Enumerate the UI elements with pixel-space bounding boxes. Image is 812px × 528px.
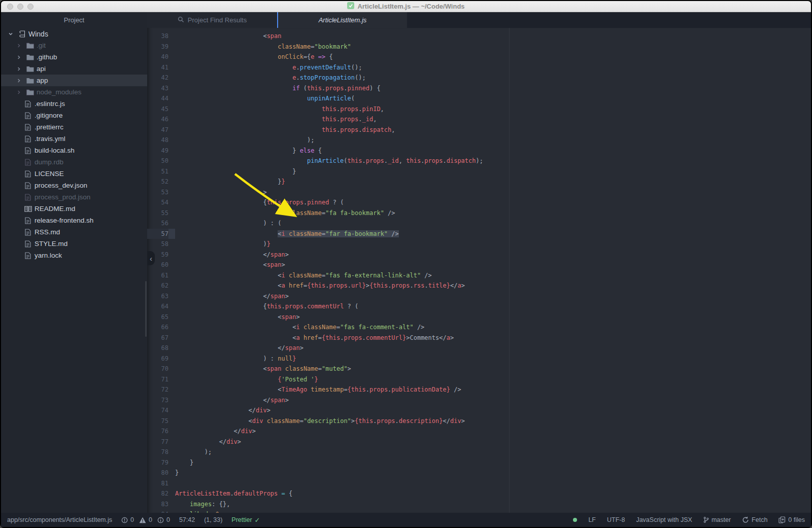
code-line-40[interactable]: 40 onClick={e => { (147, 52, 811, 62)
code-line-53[interactable]: 53 > (147, 187, 811, 198)
close-button[interactable] (7, 4, 13, 10)
code-line-41[interactable]: 41 e.preventDefault(); (147, 62, 811, 73)
line-number[interactable]: 66 (147, 322, 168, 333)
cursor-position[interactable]: 57:42 (179, 516, 195, 523)
line-number[interactable]: 68 (147, 343, 168, 354)
code-line-71[interactable]: 71 {'Posted '} (147, 374, 811, 385)
code-line-82[interactable]: 82ArticleListItem.defaultProps = { (147, 488, 811, 499)
tree-item-release-frontend.sh[interactable]: release-frontend.sh (1, 215, 147, 226)
file-path[interactable]: app/src/components/ArticleListItem.js (7, 516, 112, 523)
code-line-72[interactable]: 72 <TimeAgo timestamp={this.props.public… (147, 384, 811, 395)
sidebar-collapse-handle[interactable]: ‹ (147, 251, 155, 265)
line-number[interactable]: 48 (147, 135, 168, 146)
tree-item-api[interactable]: api (1, 63, 147, 75)
line-number[interactable]: 54 (147, 197, 168, 208)
line-number[interactable]: 38 (147, 31, 168, 42)
tab-project-find-results[interactable]: Project Find Results (147, 12, 277, 28)
line-number[interactable]: 56 (147, 218, 168, 229)
code-line-70[interactable]: 70 <span className="muted"> (147, 364, 811, 374)
line-number[interactable]: 73 (147, 395, 168, 406)
line-number[interactable]: 84 (147, 509, 168, 513)
line-number[interactable]: 39 (147, 42, 168, 52)
selection-count[interactable]: (1, 33) (204, 516, 222, 523)
code-line-75[interactable]: 75 <div className="description">{this.pr… (147, 416, 811, 427)
code-line-57[interactable]: 57 <i className="far fa-bookmark" /> (147, 229, 811, 239)
line-number[interactable]: 51 (147, 166, 168, 177)
diagnostic-errors[interactable]: 0 (121, 516, 134, 523)
tree-item-.travis.yml[interactable]: .travis.yml (1, 133, 147, 145)
line-number[interactable]: 63 (147, 291, 168, 302)
code-editor[interactable]: 37 <div className="meta information">38 … (147, 28, 811, 513)
code-line-50[interactable]: 50 pinArticle(this.props._id, this.props… (147, 156, 811, 166)
line-number[interactable]: 65 (147, 312, 168, 323)
code-line-59[interactable]: 59 </span> (147, 250, 811, 260)
code-line-81[interactable]: 81 (147, 478, 811, 489)
tree-item-process_dev.json[interactable]: process_dev.json (1, 180, 147, 191)
code-line-54[interactable]: 54 {this.props.pinned ? ( (147, 197, 811, 208)
minimize-button[interactable] (17, 4, 23, 10)
line-number[interactable]: 81 (147, 478, 168, 489)
grammar-selector[interactable]: JavaScript with JSX (636, 516, 692, 523)
code-line-61[interactable]: 61 <i className="fas fa-external-link-al… (147, 270, 811, 281)
tree-item-.github[interactable]: .github (1, 51, 147, 63)
line-number[interactable]: 74 (147, 405, 168, 416)
line-number[interactable]: 43 (147, 83, 168, 94)
code-line-44[interactable]: 44 unpinArticle( (147, 93, 811, 104)
project-tab[interactable]: Project (1, 12, 147, 28)
tree-item-node_modules[interactable]: node_modules (1, 86, 147, 98)
line-number[interactable]: 57 (147, 229, 168, 239)
code-line-52[interactable]: 52 }} (147, 177, 811, 187)
code-line-64[interactable]: 64 {this.props.commentUrl ? ( (147, 301, 811, 312)
code-line-42[interactable]: 42 e.stopPropagation(); (147, 73, 811, 83)
tree-item-RSS.md[interactable]: RSS.md (1, 226, 147, 238)
tree-item-.gitignore[interactable]: .gitignore (1, 110, 147, 121)
zoom-button[interactable] (27, 4, 33, 10)
tree-item-.prettierrc[interactable]: .prettierrc (1, 121, 147, 133)
code-line-43[interactable]: 43 if (this.props.pinned) { (147, 83, 811, 94)
tree-item-.eslintrc.js[interactable]: .eslintrc.js (1, 98, 147, 110)
encoding-selector[interactable]: UTF-8 (607, 516, 625, 523)
code-line-62[interactable]: 62 <a href={this.props.url}>{this.props.… (147, 280, 811, 291)
line-number[interactable]: 71 (147, 374, 168, 385)
code-line-63[interactable]: 63 </span> (147, 291, 811, 302)
git-fetch[interactable]: Fetch (742, 516, 767, 523)
git-branch[interactable]: master (703, 516, 731, 523)
line-number[interactable]: 53 (147, 187, 168, 198)
line-number[interactable]: 44 (147, 93, 168, 104)
line-number[interactable]: 55 (147, 208, 168, 219)
line-number[interactable]: 83 (147, 499, 168, 510)
tree-item-.git[interactable]: .git (1, 40, 147, 51)
tree-item-build-local.sh[interactable]: build-local.sh (1, 145, 147, 156)
code-line-66[interactable]: 66 <i className="fas fa-comment-alt" /> (147, 322, 811, 333)
line-number[interactable]: 62 (147, 280, 168, 291)
sidebar-scrollbar[interactable] (145, 281, 147, 337)
line-number[interactable]: 72 (147, 384, 168, 395)
code-line-45[interactable]: 45 this.props.pinID, (147, 104, 811, 115)
code-line-69[interactable]: 69 ) : null} (147, 354, 811, 364)
diagnostic-info[interactable]: 0 (157, 516, 170, 523)
diagnostic-warnings[interactable]: 0 (139, 516, 152, 523)
line-number[interactable]: 82 (147, 488, 168, 499)
code-line-84[interactable]: 84 liked: 0, (147, 509, 811, 513)
line-number[interactable]: 45 (147, 104, 168, 115)
tree-item-dump.rdb[interactable]: dump.rdb (1, 156, 147, 168)
line-number[interactable]: 41 (147, 62, 168, 73)
tree-item-yarn.lock[interactable]: yarn.lock (1, 250, 147, 261)
line-number[interactable]: 70 (147, 364, 168, 374)
code-line-55[interactable]: 55 <i className="fa fa-bookmark" /> (147, 208, 811, 219)
line-number[interactable]: 49 (147, 146, 168, 156)
code-line-78[interactable]: 78 ); (147, 447, 811, 457)
code-line-56[interactable]: 56 ) : ( (147, 218, 811, 229)
line-number[interactable]: 80 (147, 468, 168, 478)
code-line-67[interactable]: 67 <a href={this.props.commentUrl}>Comme… (147, 333, 811, 343)
code-line-73[interactable]: 73 </span> (147, 395, 811, 406)
line-number[interactable]: 75 (147, 416, 168, 427)
tree-item-LICENSE[interactable]: LICENSE (1, 168, 147, 180)
code-line-58[interactable]: 58 )} (147, 239, 811, 250)
line-number[interactable]: 77 (147, 437, 168, 447)
line-number[interactable]: 58 (147, 239, 168, 250)
line-number[interactable]: 64 (147, 301, 168, 312)
line-number[interactable]: 42 (147, 73, 168, 83)
prettier-status[interactable]: Prettier ✓ (231, 516, 260, 524)
tree-item-Winds[interactable]: Winds (1, 28, 147, 40)
